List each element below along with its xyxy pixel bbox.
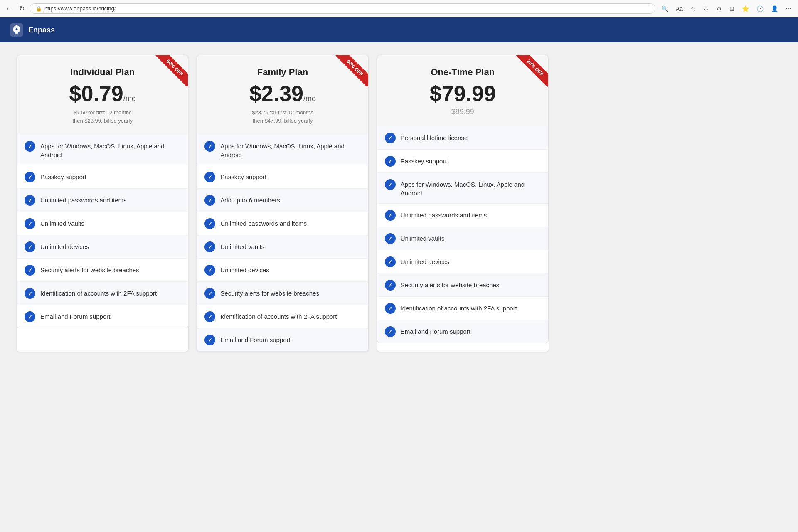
ribbon-label: 60% OFF [155, 55, 188, 87]
feature-text: Unlimited passwords and items [40, 195, 127, 204]
list-item: Identification of accounts with 2FA supp… [17, 282, 188, 305]
reader-mode-button[interactable]: Aa [673, 4, 685, 14]
check-icon [25, 218, 35, 229]
list-item: Email and Forum support [377, 320, 549, 343]
plan-price-number-family: $2.39 [249, 81, 303, 106]
list-item: Identification of accounts with 2FA supp… [197, 305, 368, 328]
list-item: Email and Forum support [197, 328, 368, 352]
reload-button[interactable]: ↻ [17, 3, 26, 14]
feature-text: Unlimited passwords and items [401, 209, 487, 219]
lock-icon: 🔒 [36, 6, 42, 12]
feature-text: Apps for Windows, MacOS, Linux, Apple an… [40, 140, 180, 159]
svg-rect-1 [15, 31, 18, 34]
plan-header-family: 40% OFFFamily Plan$2.39/mo$28.79 for fir… [197, 55, 368, 135]
list-item: Security alerts for website breaches [17, 259, 188, 282]
ribbon-label: 40% OFF [336, 55, 368, 87]
plan-header-one-time: 20% OFFOne-Time Plan$79.99$99.99 [377, 55, 549, 126]
check-icon [25, 195, 35, 206]
check-icon [204, 311, 215, 322]
check-icon [385, 156, 396, 167]
check-icon [385, 210, 396, 221]
feature-list-family: Apps for Windows, MacOS, Linux, Apple an… [197, 135, 368, 352]
feature-text: Personal lifetime license [401, 132, 468, 142]
feature-text: Email and Forum support [220, 334, 290, 344]
check-icon [204, 195, 215, 206]
feature-text: Security alerts for website breaches [40, 264, 139, 274]
list-item: Apps for Windows, MacOS, Linux, Apple an… [197, 135, 368, 165]
profile-button[interactable]: 👤 [768, 4, 781, 14]
plan-card-family: 40% OFFFamily Plan$2.39/mo$28.79 for fir… [197, 55, 368, 352]
app-title: Enpass [28, 26, 55, 34]
feature-text: Unlimited vaults [401, 233, 445, 243]
check-icon [204, 265, 215, 276]
back-button[interactable]: ← [4, 3, 14, 14]
list-item: Unlimited passwords and items [377, 204, 549, 227]
enpass-logo [10, 23, 23, 37]
list-item: Unlimited passwords and items [17, 189, 188, 212]
feature-text: Unlimited devices [220, 264, 269, 274]
list-item: Apps for Windows, MacOS, Linux, Apple an… [377, 173, 549, 204]
url-text: https://www.enpass.io/pricing/ [44, 5, 116, 12]
feature-text: Add up to 6 members [220, 195, 280, 204]
bookmark-button[interactable]: ☆ [688, 4, 698, 14]
feature-text: Unlimited passwords and items [220, 218, 307, 228]
check-icon [385, 233, 396, 244]
check-icon [385, 280, 396, 291]
feature-text: Identification of accounts with 2FA supp… [40, 288, 157, 298]
main-content: 60% OFFIndividual Plan$0.79/mo$9.59 for … [0, 42, 798, 532]
favorites-button[interactable]: ⭐ [739, 4, 751, 14]
list-item: Add up to 6 members [197, 189, 368, 212]
list-item: Unlimited vaults [17, 212, 188, 235]
plan-price-period-individual: /mo [123, 94, 136, 103]
check-icon [204, 241, 215, 252]
discount-ribbon-one-time: 20% OFF [511, 55, 548, 93]
plan-card-individual: 60% OFFIndividual Plan$0.79/mo$9.59 for … [17, 55, 188, 352]
list-item: Security alerts for website breaches [377, 273, 549, 297]
list-item: Passkey support [17, 165, 188, 189]
feature-text: Apps for Windows, MacOS, Linux, Apple an… [401, 179, 541, 197]
plan-original-price-one-time: $99.99 [387, 108, 538, 116]
check-icon [385, 303, 396, 314]
check-icon [204, 141, 215, 152]
feature-text: Identification of accounts with 2FA supp… [401, 303, 517, 313]
feature-text: Email and Forum support [40, 311, 110, 321]
check-icon [25, 265, 35, 276]
discount-ribbon-individual: 60% OFF [150, 55, 188, 93]
list-item: Unlimited passwords and items [197, 212, 368, 235]
list-item: Security alerts for website breaches [197, 282, 368, 305]
feature-text: Passkey support [220, 171, 266, 181]
more-button[interactable]: ⋯ [783, 4, 794, 14]
feature-text: Apps for Windows, MacOS, Linux, Apple an… [220, 140, 360, 159]
check-icon [204, 335, 215, 345]
check-icon [25, 141, 35, 152]
extension1-button[interactable]: 🛡 [701, 4, 712, 14]
plans-grid: 60% OFFIndividual Plan$0.79/mo$9.59 for … [17, 55, 549, 352]
feature-text: Passkey support [40, 171, 86, 181]
split-view-button[interactable]: ⊟ [727, 4, 737, 14]
app-header: Enpass [0, 17, 798, 42]
check-icon [385, 326, 396, 337]
feature-text: Unlimited devices [401, 256, 450, 266]
zoom-button[interactable]: 🔍 [659, 4, 671, 14]
history-button[interactable]: 🕐 [754, 4, 766, 14]
check-icon [25, 311, 35, 322]
list-item: Unlimited vaults [197, 235, 368, 259]
feature-text: Identification of accounts with 2FA supp… [220, 311, 337, 321]
list-item: Passkey support [197, 165, 368, 189]
check-icon [25, 288, 35, 299]
list-item: Personal lifetime license [377, 126, 549, 150]
browser-chrome: ← ↻ 🔒 https://www.enpass.io/pricing/ 🔍 A… [0, 0, 798, 17]
check-icon [204, 172, 215, 182]
list-item: Email and Forum support [17, 305, 188, 328]
check-icon [25, 172, 35, 182]
feature-text: Unlimited devices [40, 241, 89, 251]
svg-point-2 [16, 28, 18, 30]
list-item: Identification of accounts with 2FA supp… [377, 297, 549, 320]
feature-text: Unlimited vaults [220, 241, 264, 251]
feature-text: Security alerts for website breaches [401, 279, 500, 289]
extension2-button[interactable]: ⚙ [714, 4, 724, 14]
ribbon-label: 20% OFF [516, 55, 548, 87]
list-item: Passkey support [377, 150, 549, 173]
address-bar[interactable]: 🔒 https://www.enpass.io/pricing/ [30, 3, 655, 14]
list-item: Apps for Windows, MacOS, Linux, Apple an… [17, 135, 188, 165]
